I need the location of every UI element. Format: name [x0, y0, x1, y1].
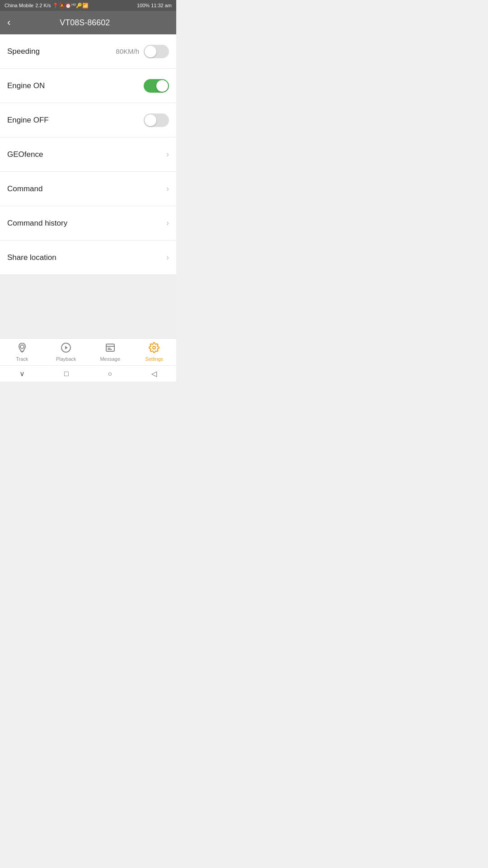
speed: 2.2 K/s — [35, 3, 51, 8]
status-left: China Mobile 2.2 K/s 📍🔕⏰ᴴᴰ🔑📶 — [5, 3, 89, 9]
share-location-chevron-icon: › — [166, 253, 169, 262]
speeding-row: Speeding 80KM/h — [0, 34, 176, 69]
nav-item-track[interactable]: Track — [0, 339, 44, 365]
time: 11:32 am — [151, 3, 172, 8]
status-icons: 📍🔕⏰ᴴᴰ🔑📶 — [52, 3, 89, 9]
engine-off-row: Engine OFF — [0, 103, 176, 137]
engine-on-toggle-thumb — [156, 80, 168, 92]
speeding-value: 80KM/h — [116, 47, 139, 55]
sys-nav-back[interactable]: ◁ — [151, 369, 157, 378]
svg-point-8 — [153, 346, 155, 349]
back-button[interactable]: ‹ — [7, 18, 10, 28]
command-history-chevron-icon: › — [166, 218, 169, 228]
svg-point-0 — [20, 345, 24, 349]
empty-area — [0, 275, 176, 338]
svg-marker-3 — [65, 346, 68, 349]
settings-icon — [149, 342, 160, 355]
system-nav-bar: ∨ □ ○ ◁ — [0, 365, 176, 382]
engine-off-toggle[interactable] — [144, 113, 169, 127]
command-history-row[interactable]: Command history › — [0, 206, 176, 241]
settings-list: Speeding 80KM/h Engine ON Engine OFF — [0, 34, 176, 275]
top-bar: ‹ VT08S-86602 — [0, 11, 176, 34]
playback-icon — [61, 342, 71, 355]
command-label: Command — [7, 184, 166, 193]
nav-item-playback[interactable]: Playback — [44, 339, 89, 365]
track-label: Track — [16, 356, 28, 362]
engine-on-label: Engine ON — [7, 81, 144, 90]
nav-item-settings[interactable]: Settings — [132, 339, 177, 365]
playback-label: Playback — [56, 356, 76, 362]
engine-off-toggle-thumb — [145, 114, 156, 126]
engine-on-row: Engine ON — [0, 69, 176, 103]
geofence-chevron-icon: › — [166, 150, 169, 159]
sys-nav-square[interactable]: □ — [64, 370, 69, 378]
status-right: 100% 11:32 am — [137, 3, 172, 8]
command-chevron-icon: › — [166, 184, 169, 193]
engine-off-label: Engine OFF — [7, 116, 144, 125]
message-icon — [105, 342, 116, 355]
command-row[interactable]: Command › — [0, 172, 176, 206]
carrier: China Mobile — [5, 3, 33, 8]
engine-on-toggle[interactable] — [144, 79, 169, 93]
page-title: VT08S-86602 — [16, 18, 154, 28]
status-bar: China Mobile 2.2 K/s 📍🔕⏰ᴴᴰ🔑📶 100% 11:32 … — [0, 0, 176, 11]
command-history-label: Command history — [7, 219, 166, 228]
geofence-row[interactable]: GEOfence › — [0, 137, 176, 172]
battery: 100% — [137, 3, 150, 8]
content-area: Speeding 80KM/h Engine ON Engine OFF — [0, 34, 176, 338]
sys-nav-circle[interactable]: ○ — [108, 370, 112, 378]
settings-label: Settings — [145, 356, 163, 362]
share-location-row[interactable]: Share location › — [0, 241, 176, 275]
speeding-toggle-thumb — [145, 46, 156, 57]
track-icon — [17, 342, 28, 355]
speeding-label: Speeding — [7, 47, 116, 56]
geofence-label: GEOfence — [7, 150, 166, 159]
message-label: Message — [100, 356, 120, 362]
bottom-nav: Track Playback Message — [0, 338, 176, 365]
sys-nav-down[interactable]: ∨ — [19, 369, 25, 378]
share-location-label: Share location — [7, 253, 166, 262]
speeding-toggle[interactable] — [144, 45, 169, 58]
nav-item-message[interactable]: Message — [88, 339, 132, 365]
